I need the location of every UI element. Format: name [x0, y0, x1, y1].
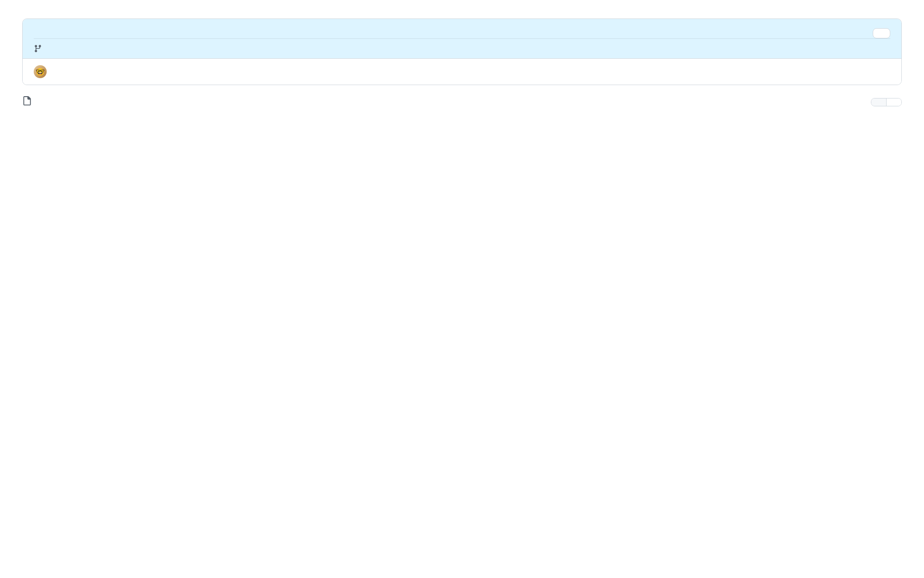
commit-meta-row: 🤓	[23, 59, 901, 85]
git-branch-icon	[34, 44, 42, 53]
unified-view-button[interactable]	[871, 98, 886, 106]
commit-header-box: 🤓	[22, 18, 902, 85]
file-diff-icon	[22, 96, 31, 108]
commit-header	[23, 19, 901, 59]
diff-summary-row	[22, 96, 902, 108]
diff-view-toggle	[871, 98, 902, 106]
branch-row	[34, 38, 890, 58]
avatar[interactable]: 🤓	[34, 65, 47, 78]
split-view-button[interactable]	[886, 98, 901, 106]
browse-files-button[interactable]	[873, 28, 890, 38]
